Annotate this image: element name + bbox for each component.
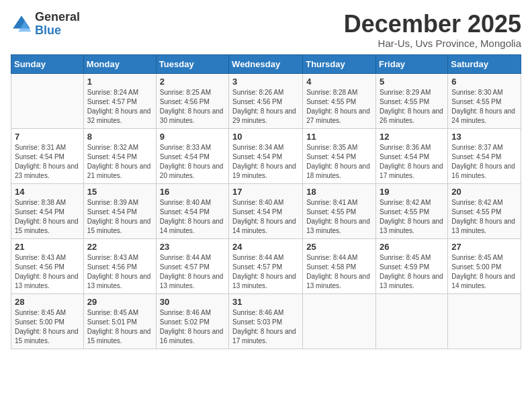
day-number: 4 xyxy=(306,77,372,87)
day-info: Sunrise: 8:33 AMSunset: 4:54 PMDaylight:… xyxy=(160,143,225,181)
calendar-cell: 4Sunrise: 8:28 AMSunset: 4:55 PMDaylight… xyxy=(303,73,376,128)
day-info: Sunrise: 8:25 AMSunset: 4:56 PMDaylight:… xyxy=(160,88,225,126)
day-info: Sunrise: 8:37 AMSunset: 4:54 PMDaylight:… xyxy=(451,143,517,181)
day-info: Sunrise: 8:30 AMSunset: 4:55 PMDaylight:… xyxy=(451,88,517,126)
calendar-cell: 29Sunrise: 8:45 AMSunset: 5:01 PMDayligh… xyxy=(83,293,156,349)
day-number: 14 xyxy=(15,187,80,197)
day-info: Sunrise: 8:35 AMSunset: 4:54 PMDaylight:… xyxy=(306,143,372,181)
day-number: 5 xyxy=(380,77,444,87)
day-info: Sunrise: 8:44 AMSunset: 4:58 PMDaylight:… xyxy=(306,253,372,291)
day-info: Sunrise: 8:45 AMSunset: 5:01 PMDaylight:… xyxy=(87,308,152,346)
page-subtitle: Har-Us, Uvs Province, Mongolia xyxy=(344,38,521,49)
day-number: 21 xyxy=(15,242,80,252)
calendar-cell: 9Sunrise: 8:33 AMSunset: 4:54 PMDaylight… xyxy=(156,128,228,183)
day-info: Sunrise: 8:45 AMSunset: 5:00 PMDaylight:… xyxy=(451,253,517,291)
calendar-cell xyxy=(11,73,84,128)
header-tuesday: Tuesday xyxy=(156,54,228,73)
calendar-cell: 11Sunrise: 8:35 AMSunset: 4:54 PMDayligh… xyxy=(303,128,376,183)
day-info: Sunrise: 8:44 AMSunset: 4:57 PMDaylight:… xyxy=(160,253,225,291)
calendar-cell: 17Sunrise: 8:40 AMSunset: 4:54 PMDayligh… xyxy=(229,183,303,238)
day-number: 3 xyxy=(232,77,299,87)
day-number: 27 xyxy=(451,242,517,252)
day-number: 28 xyxy=(15,297,80,307)
day-number: 18 xyxy=(306,187,372,197)
calendar-cell: 18Sunrise: 8:41 AMSunset: 4:55 PMDayligh… xyxy=(303,183,376,238)
day-number: 7 xyxy=(15,132,80,142)
day-number: 11 xyxy=(306,132,372,142)
day-number: 10 xyxy=(232,132,299,142)
calendar-cell xyxy=(448,293,521,349)
day-info: Sunrise: 8:40 AMSunset: 4:54 PMDaylight:… xyxy=(232,198,299,236)
calendar-cell: 10Sunrise: 8:34 AMSunset: 4:54 PMDayligh… xyxy=(229,128,303,183)
day-number: 22 xyxy=(87,242,152,252)
day-number: 30 xyxy=(160,297,225,307)
page-title: December 2025 xyxy=(344,11,521,38)
day-number: 26 xyxy=(380,242,444,252)
day-number: 24 xyxy=(232,242,299,252)
calendar-cell: 28Sunrise: 8:45 AMSunset: 5:00 PMDayligh… xyxy=(11,293,84,349)
day-info: Sunrise: 8:46 AMSunset: 5:03 PMDaylight:… xyxy=(232,308,299,346)
header-saturday: Saturday xyxy=(448,54,521,73)
day-info: Sunrise: 8:42 AMSunset: 4:55 PMDaylight:… xyxy=(451,198,517,236)
calendar-cell: 30Sunrise: 8:46 AMSunset: 5:02 PMDayligh… xyxy=(156,293,228,349)
logo-text: General Blue xyxy=(35,11,80,38)
page-header: General Blue December 2025 Har-Us, Uvs P… xyxy=(11,11,521,49)
day-info: Sunrise: 8:43 AMSunset: 4:56 PMDaylight:… xyxy=(87,253,152,291)
calendar-header-row: SundayMondayTuesdayWednesdayThursdayFrid… xyxy=(11,54,521,73)
logo-blue: Blue xyxy=(35,24,80,38)
day-number: 6 xyxy=(451,77,517,87)
day-number: 20 xyxy=(451,187,517,197)
header-monday: Monday xyxy=(83,54,156,73)
calendar-cell: 6Sunrise: 8:30 AMSunset: 4:55 PMDaylight… xyxy=(448,73,521,128)
day-info: Sunrise: 8:40 AMSunset: 4:54 PMDaylight:… xyxy=(160,198,225,236)
day-number: 23 xyxy=(160,242,225,252)
day-info: Sunrise: 8:29 AMSunset: 4:55 PMDaylight:… xyxy=(380,88,444,126)
calendar-cell: 13Sunrise: 8:37 AMSunset: 4:54 PMDayligh… xyxy=(448,128,521,183)
calendar-cell: 16Sunrise: 8:40 AMSunset: 4:54 PMDayligh… xyxy=(156,183,228,238)
day-info: Sunrise: 8:39 AMSunset: 4:54 PMDaylight:… xyxy=(87,198,152,236)
calendar-cell: 23Sunrise: 8:44 AMSunset: 4:57 PMDayligh… xyxy=(156,238,228,293)
day-info: Sunrise: 8:24 AMSunset: 4:57 PMDaylight:… xyxy=(87,88,152,126)
day-info: Sunrise: 8:45 AMSunset: 5:00 PMDaylight:… xyxy=(15,308,80,346)
calendar-cell: 25Sunrise: 8:44 AMSunset: 4:58 PMDayligh… xyxy=(303,238,376,293)
logo-general: General xyxy=(35,11,80,24)
day-info: Sunrise: 8:32 AMSunset: 4:54 PMDaylight:… xyxy=(87,143,152,181)
day-number: 15 xyxy=(87,187,152,197)
calendar-cell: 27Sunrise: 8:45 AMSunset: 5:00 PMDayligh… xyxy=(448,238,521,293)
day-info: Sunrise: 8:38 AMSunset: 4:54 PMDaylight:… xyxy=(15,198,80,236)
calendar-week-1: 1Sunrise: 8:24 AMSunset: 4:57 PMDaylight… xyxy=(11,73,521,128)
calendar-cell: 26Sunrise: 8:45 AMSunset: 4:59 PMDayligh… xyxy=(376,238,448,293)
calendar-cell: 22Sunrise: 8:43 AMSunset: 4:56 PMDayligh… xyxy=(83,238,156,293)
day-number: 31 xyxy=(232,297,299,307)
day-number: 8 xyxy=(87,132,152,142)
day-number: 2 xyxy=(160,77,225,87)
day-info: Sunrise: 8:31 AMSunset: 4:54 PMDaylight:… xyxy=(15,143,80,181)
header-sunday: Sunday xyxy=(11,54,84,73)
logo: General Blue xyxy=(11,11,80,38)
calendar-cell: 12Sunrise: 8:36 AMSunset: 4:54 PMDayligh… xyxy=(376,128,448,183)
day-number: 13 xyxy=(451,132,517,142)
day-info: Sunrise: 8:42 AMSunset: 4:55 PMDaylight:… xyxy=(380,198,444,236)
calendar-cell: 15Sunrise: 8:39 AMSunset: 4:54 PMDayligh… xyxy=(83,183,156,238)
calendar-week-4: 21Sunrise: 8:43 AMSunset: 4:56 PMDayligh… xyxy=(11,238,521,293)
day-number: 12 xyxy=(380,132,444,142)
header-thursday: Thursday xyxy=(303,54,376,73)
day-info: Sunrise: 8:45 AMSunset: 4:59 PMDaylight:… xyxy=(380,253,444,291)
calendar-cell: 19Sunrise: 8:42 AMSunset: 4:55 PMDayligh… xyxy=(376,183,448,238)
calendar-cell: 1Sunrise: 8:24 AMSunset: 4:57 PMDaylight… xyxy=(83,73,156,128)
calendar-cell: 31Sunrise: 8:46 AMSunset: 5:03 PMDayligh… xyxy=(229,293,303,349)
calendar-cell: 5Sunrise: 8:29 AMSunset: 4:55 PMDaylight… xyxy=(376,73,448,128)
day-info: Sunrise: 8:41 AMSunset: 4:55 PMDaylight:… xyxy=(306,198,372,236)
calendar-cell: 24Sunrise: 8:44 AMSunset: 4:57 PMDayligh… xyxy=(229,238,303,293)
calendar-cell: 7Sunrise: 8:31 AMSunset: 4:54 PMDaylight… xyxy=(11,128,84,183)
calendar-cell xyxy=(376,293,448,349)
day-number: 25 xyxy=(306,242,372,252)
header-friday: Friday xyxy=(376,54,448,73)
day-number: 29 xyxy=(87,297,152,307)
logo-icon xyxy=(11,13,32,35)
day-info: Sunrise: 8:34 AMSunset: 4:54 PMDaylight:… xyxy=(232,143,299,181)
header-wednesday: Wednesday xyxy=(229,54,303,73)
calendar-cell: 2Sunrise: 8:25 AMSunset: 4:56 PMDaylight… xyxy=(156,73,228,128)
day-info: Sunrise: 8:36 AMSunset: 4:54 PMDaylight:… xyxy=(380,143,444,181)
day-number: 1 xyxy=(87,77,152,87)
